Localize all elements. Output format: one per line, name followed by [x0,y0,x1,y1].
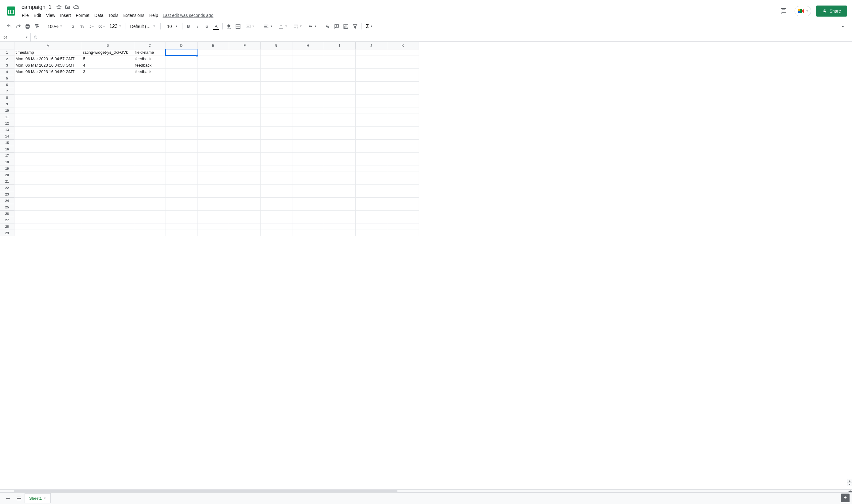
cell[interactable] [166,133,197,139]
cell[interactable] [134,152,166,159]
cell[interactable] [82,172,134,178]
cell[interactable] [197,217,229,223]
column-header[interactable]: E [197,42,229,49]
cell[interactable] [292,223,324,230]
cell[interactable] [324,217,355,223]
cell[interactable] [166,146,197,152]
cell[interactable] [387,62,419,69]
cell[interactable] [166,172,197,178]
cell[interactable] [355,82,387,88]
cell[interactable] [166,204,197,210]
cell[interactable] [197,178,229,184]
cell[interactable] [197,56,229,62]
cell[interactable] [355,159,387,165]
cell[interactable] [134,178,166,184]
cell[interactable] [166,49,197,56]
cell[interactable] [82,146,134,152]
cell[interactable] [82,152,134,159]
cell[interactable] [197,146,229,152]
select-all-corner[interactable] [0,42,14,49]
cell[interactable] [387,217,419,223]
cell[interactable] [166,56,197,62]
cell[interactable] [82,223,134,230]
cell[interactable] [355,69,387,75]
cell[interactable] [14,152,82,159]
cell[interactable] [324,159,355,165]
functions-dropdown[interactable]: Σ▼ [363,22,375,31]
cell[interactable] [324,126,355,133]
cell[interactable] [260,191,292,197]
cell[interactable] [260,152,292,159]
column-header[interactable]: I [324,42,355,49]
cell[interactable] [166,210,197,217]
cell[interactable] [387,223,419,230]
scroll-thumb[interactable] [14,490,397,492]
cell[interactable] [197,133,229,139]
cell[interactable]: Mon, 06 Mar 2023 16:04:59 GMT [14,69,82,75]
cell[interactable] [197,126,229,133]
cell[interactable] [229,184,260,191]
cell[interactable] [166,197,197,204]
cell[interactable] [292,126,324,133]
print-icon[interactable] [23,22,32,31]
cell[interactable] [387,197,419,204]
cell[interactable] [324,165,355,172]
scroll-down-icon[interactable]: ▼ [847,483,852,486]
column-header[interactable]: B [82,42,134,49]
cell[interactable] [387,230,419,236]
cell[interactable] [229,204,260,210]
cell[interactable] [355,210,387,217]
cell[interactable] [324,230,355,236]
cell[interactable] [355,107,387,113]
cell[interactable] [82,197,134,204]
strikethrough-icon[interactable]: S [203,22,211,31]
cell[interactable] [14,165,82,172]
insert-chart-icon[interactable] [342,22,350,31]
cell[interactable] [197,69,229,75]
grid-scroll[interactable]: ABCDEFGHIJK1timestamprating-widget-ys_dx… [0,42,852,489]
cell[interactable] [387,159,419,165]
cell[interactable] [197,75,229,82]
collapse-toolbar-icon[interactable] [838,22,847,31]
cell[interactable] [14,191,82,197]
number-format-dropdown[interactable]: 123 ▼ [107,22,124,31]
name-box[interactable]: D1 ▼ [0,33,31,41]
percent-icon[interactable]: % [78,22,87,31]
cell[interactable] [387,178,419,184]
cell[interactable] [292,204,324,210]
cell[interactable] [166,165,197,172]
cell[interactable] [324,184,355,191]
cell[interactable] [197,107,229,113]
cell[interactable] [355,178,387,184]
cell[interactable] [197,88,229,94]
cell[interactable] [82,139,134,146]
cell[interactable] [197,94,229,101]
column-header[interactable]: H [292,42,324,49]
row-header[interactable]: 28 [0,223,14,230]
cell[interactable] [292,133,324,139]
cell[interactable] [229,191,260,197]
cell[interactable] [387,75,419,82]
cell[interactable] [229,88,260,94]
column-header[interactable]: J [355,42,387,49]
cell[interactable] [197,197,229,204]
cell[interactable] [82,178,134,184]
cell[interactable] [260,101,292,107]
cell[interactable] [229,133,260,139]
row-header[interactable]: 3 [0,62,14,69]
cell[interactable] [292,120,324,126]
cell[interactable] [324,172,355,178]
cell[interactable] [260,49,292,56]
cell[interactable] [134,88,166,94]
cell[interactable] [229,126,260,133]
explore-icon[interactable] [841,493,850,502]
filter-icon[interactable] [351,22,359,31]
cell[interactable] [355,113,387,120]
cell[interactable] [324,101,355,107]
cell[interactable] [134,139,166,146]
cell[interactable] [260,62,292,69]
cell[interactable] [197,204,229,210]
cell[interactable] [387,146,419,152]
cell[interactable] [14,75,82,82]
cell[interactable] [355,191,387,197]
